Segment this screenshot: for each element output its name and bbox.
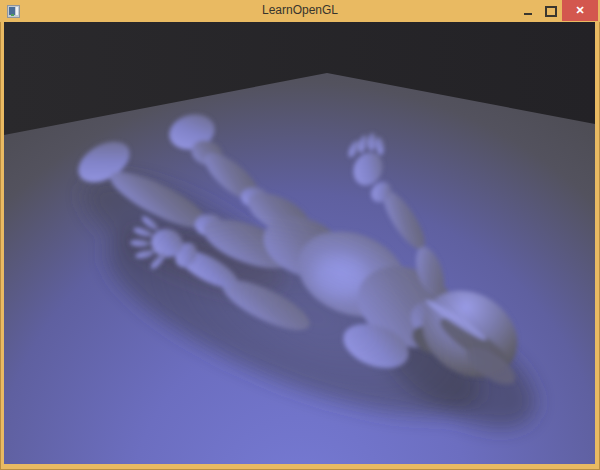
maximize-button[interactable]	[539, 0, 562, 22]
close-icon: ✕	[575, 0, 584, 21]
app-window: LearnOpenGL ✕	[0, 0, 600, 470]
maximize-icon	[545, 6, 557, 17]
minimize-icon	[524, 13, 532, 15]
window-controls: ✕	[516, 0, 598, 22]
app-icon	[7, 4, 20, 17]
gl-viewport[interactable]	[4, 22, 595, 464]
window-title: LearnOpenGL	[0, 0, 600, 22]
minimize-button[interactable]	[516, 0, 539, 22]
titlebar[interactable]: LearnOpenGL ✕	[0, 0, 600, 22]
close-button[interactable]: ✕	[562, 0, 598, 21]
rendered-scene	[4, 22, 595, 464]
